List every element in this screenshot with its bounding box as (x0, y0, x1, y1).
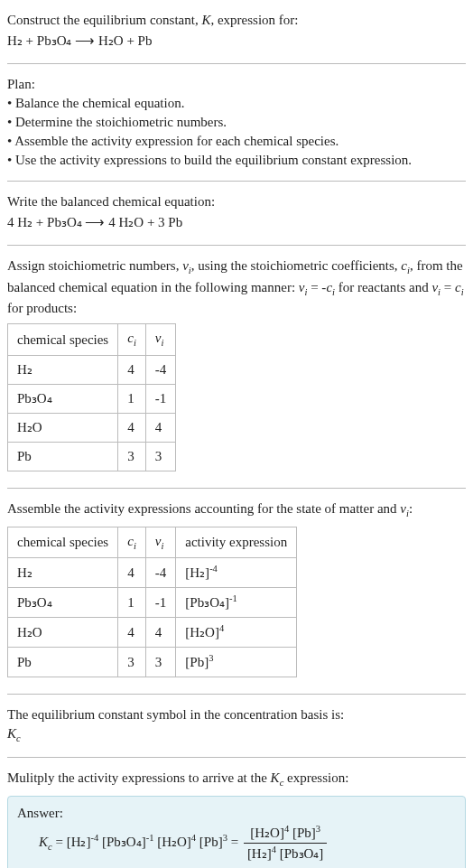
table-row: H₂O 4 4 [H₂O]4 (8, 618, 297, 648)
activity-text: Assemble the activity expressions accoun… (7, 501, 400, 516)
plan-item: • Determine the stoichiometric numbers. (7, 113, 466, 132)
divider (7, 245, 466, 246)
balanced-heading: Write the balanced chemical equation: (7, 192, 466, 211)
cell-vi: -1 (145, 588, 176, 618)
cell-ci: 3 (118, 648, 146, 677)
cell-ci: 3 (118, 443, 146, 471)
expr-base: [H₂] (185, 565, 209, 580)
expr-pow: -4 (209, 564, 218, 574)
final-text: Mulitply the activity expressions to arr… (7, 770, 271, 785)
col-vi: νi (145, 324, 176, 356)
expr-base: [Pb] (185, 655, 209, 669)
stoich-section: Assign stoichiometric numbers, νi, using… (7, 249, 466, 484)
col-species: chemical species (8, 527, 118, 558)
table-row: Pb₃O₄ 1 -1 (8, 385, 176, 414)
table-header-row: chemical species ci νi (8, 324, 176, 356)
cell-ci: 4 (118, 618, 146, 648)
activity-text: : (409, 501, 413, 516)
cell-vi: -1 (145, 385, 176, 414)
table-row: Pb₃O₄ 1 -1 [Pb₃O₄]-1 (8, 588, 297, 618)
kc-letter: K (39, 835, 48, 849)
cell-species: Pb₃O₄ (8, 588, 118, 618)
term-base: [Pb₃O₄] (280, 846, 324, 861)
kc-sub: c (48, 842, 52, 852)
plan-item: • Balance the chemical equation. (7, 94, 466, 113)
term-pow: 4 (272, 845, 276, 854)
kc-letter: K (7, 726, 16, 741)
col-species: chemical species (8, 324, 118, 356)
cell-species: H₂O (8, 414, 118, 443)
expr-base: [H₂O] (185, 625, 219, 639)
col-ci: ci (118, 324, 146, 356)
expr-base: [Pb₃O₄] (185, 595, 229, 610)
term-pow: -1 (146, 833, 154, 843)
table-row: Pb 3 3 (8, 443, 176, 471)
cell-ci: 4 (118, 558, 146, 588)
answer-expression: Kc = [H₂]-4 [Pb₃O₄]-1 [H₂O]4 [Pb]3 = [H₂… (39, 823, 456, 863)
balanced-section: Write the balanced chemical equation: 4 … (7, 185, 466, 241)
col-activity: activity expression (176, 527, 297, 558)
activity-heading: Assemble the activity expressions accoun… (7, 499, 466, 521)
term-base: [H₂O] (157, 835, 191, 849)
cell-vi: -4 (145, 558, 176, 588)
plan-item: • Assemble the activity expression for e… (7, 132, 466, 151)
cell-vi: 4 (145, 618, 176, 648)
fraction: [H₂O]4 [Pb]3 [H₂]4 [Pb₃O₄] (244, 823, 328, 863)
cell-activity: [Pb]3 (176, 648, 297, 677)
cell-ci: 4 (118, 414, 146, 443)
divider (7, 63, 466, 64)
table-row: Pb 3 3 [Pb]3 (8, 648, 297, 677)
cell-species: Pb₃O₄ (8, 385, 118, 414)
cell-ci: 1 (118, 385, 146, 414)
cell-species: H₂ (8, 558, 118, 588)
fraction-numerator: [H₂O]4 [Pb]3 (244, 823, 328, 844)
intro-section: Construct the equilibrium constant, K, e… (7, 4, 466, 60)
table-row: H₂ 4 -4 [H₂]-4 (8, 558, 297, 588)
term-pow: 4 (191, 833, 196, 843)
term-base: [H₂O] (250, 826, 284, 840)
cell-vi: 4 (145, 414, 176, 443)
cell-species: Pb (8, 648, 118, 677)
term-pow: 4 (284, 824, 289, 834)
fraction-denominator: [H₂]4 [Pb₃O₄] (244, 844, 328, 863)
term-pow: 3 (316, 824, 320, 834)
cell-vi: -4 (145, 356, 176, 385)
term-pow: -4 (90, 833, 98, 843)
col-vi: νi (145, 527, 176, 558)
cell-activity: [Pb₃O₄]-1 (176, 588, 297, 618)
table-row: H₂ 4 -4 (8, 356, 176, 385)
term-base: [Pb] (199, 835, 223, 849)
term-base: [Pb] (292, 826, 316, 840)
term-base: [Pb₃O₄] (102, 835, 146, 849)
col-ci: ci (118, 527, 146, 558)
activity-table: chemical species ci νi activity expressi… (7, 527, 297, 678)
symbol-kc: Kc (7, 724, 466, 746)
stoich-text: Assign stoichiometric numbers, (7, 258, 182, 273)
cell-vi: 3 (145, 648, 176, 677)
symbol-section: The equilibrium constant symbol in the c… (7, 698, 466, 753)
divider (7, 488, 466, 489)
unbalanced-equation: H₂ + Pb₃O₄ ⟶ H₂O + Pb (7, 32, 466, 51)
construct-text: Construct the equilibrium constant, K, e… (7, 11, 466, 30)
symbol-text: The equilibrium constant symbol in the c… (7, 705, 466, 724)
answer-label: Answer: (17, 804, 456, 823)
expr-pow: -1 (229, 593, 237, 603)
cell-species: H₂ (8, 356, 118, 385)
plan-section: Plan: • Balance the chemical equation. •… (7, 68, 466, 177)
balanced-equation: 4 H₂ + Pb₃O₄ ⟶ 4 H₂O + 3 Pb (7, 213, 466, 232)
final-heading: Mulitply the activity expressions to arr… (7, 769, 466, 790)
plan-item: • Use the activity expressions to build … (7, 151, 466, 170)
expr-pow: 3 (209, 653, 213, 663)
table-row: H₂O 4 4 (8, 414, 176, 443)
stoich-text: , using the stoichiometric coefficients, (191, 258, 402, 273)
stoich-table: chemical species ci νi H₂ 4 -4 Pb₃O₄ 1 -… (7, 323, 176, 471)
divider (7, 757, 466, 758)
stoich-heading: Assign stoichiometric numbers, νi, using… (7, 257, 466, 318)
table-header-row: chemical species ci νi activity expressi… (8, 527, 297, 558)
divider (7, 181, 466, 182)
term-pow: 3 (223, 833, 227, 843)
expr-pow: 4 (219, 623, 224, 633)
final-text: expression: (283, 770, 348, 785)
term-base: [H₂] (247, 846, 272, 861)
activity-section: Assemble the activity expressions accoun… (7, 492, 466, 690)
